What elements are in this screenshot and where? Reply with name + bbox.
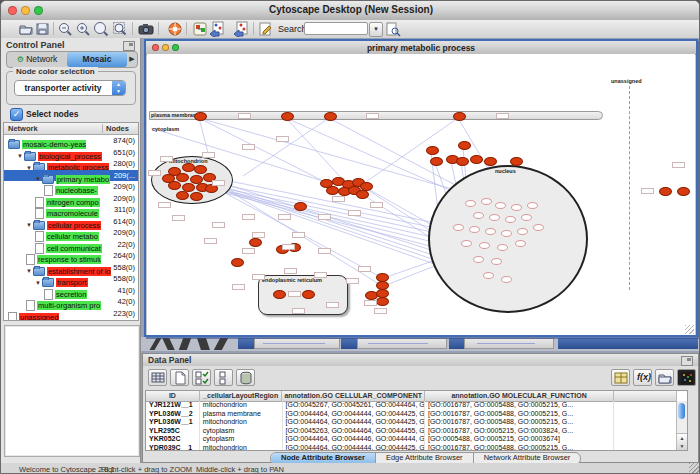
network-node[interactable] — [511, 204, 522, 211]
table-cell[interactable] — [614, 401, 677, 410]
network-node[interactable] — [302, 290, 315, 299]
table-cell[interactable]: mitochondrion — [200, 418, 283, 427]
tree-item-nucleobase-[interactable]: nucleobase-209(0) — [4, 181, 138, 193]
attribute-batch-icon[interactable] — [611, 369, 630, 386]
tree-item-secretion[interactable]: secretion41(0) — [4, 285, 138, 297]
network-node[interactable] — [497, 244, 508, 251]
table-cell[interactable]: [GO:0045267, GO:0045261, GO:0044464, G..… — [283, 401, 425, 410]
table-row[interactable]: YLR295Ccytoplasm[GO:0045263, GO:0044464,… — [146, 427, 677, 436]
tree-item-cellular-metabo[interactable]: cellular metabo209(0) — [4, 227, 138, 239]
network-node[interactable] — [521, 214, 532, 221]
network-node[interactable] — [483, 272, 494, 279]
network-node[interactable] — [190, 192, 203, 201]
tree-item-cell-communicat[interactable]: cell communicat22(0) — [4, 239, 138, 251]
tab-mosaic[interactable]: Mosaic — [67, 52, 127, 67]
network-node[interactable] — [249, 238, 262, 247]
table-cell[interactable]: [GO:0044464, GO:0044444, GO:0044425, G..… — [283, 444, 425, 452]
matrix-icon[interactable] — [677, 369, 696, 386]
help-lifering-icon[interactable] — [167, 21, 183, 37]
network-canvas[interactable]: plasma membrane cytoplasm mitochondrion … — [147, 54, 695, 335]
unselect-attributes-icon[interactable] — [214, 369, 233, 386]
table-cell[interactable]: [GO:0016787, GO:0005488, GO:0005215, G..… — [425, 401, 614, 410]
tabs-overflow-icon[interactable]: ▶ — [127, 52, 137, 67]
select-nodes-checkbox[interactable]: ✓ — [10, 108, 23, 121]
open-attribute-icon[interactable] — [655, 369, 674, 386]
network-node[interactable] — [281, 112, 294, 121]
tab-network[interactable]: ⚙ Network — [7, 52, 67, 67]
float-panel-icon[interactable] — [123, 41, 135, 51]
table-cell[interactable]: [GO:0044464, GO:0044446, GO:0044444, G..… — [283, 435, 425, 444]
node-color-dropdown[interactable]: transporter activity ▲▼ — [14, 80, 126, 96]
table-cell[interactable] — [614, 435, 677, 444]
network-view-titlebar[interactable]: primary metabolic process — [146, 41, 696, 55]
column-header[interactable]: annotation.GO MOLECULAR_FUNCTION — [425, 391, 614, 401]
tree-item-establishment-of-lo[interactable]: ▼establishment of lo558(0) — [4, 262, 138, 274]
network-node[interactable] — [430, 157, 443, 166]
table-cell[interactable]: [GO:0044464, GO:0044444, GO:0044425, G..… — [283, 418, 425, 427]
network-node[interactable] — [659, 187, 672, 196]
network-node[interactable] — [453, 112, 466, 121]
search-options-icon[interactable] — [385, 21, 401, 37]
network-node[interactable] — [517, 228, 528, 235]
network-node[interactable] — [473, 212, 484, 219]
tree-item-overview[interactable]: Overview8(0) — [4, 319, 138, 321]
column-header[interactable] — [614, 391, 677, 401]
column-header[interactable]: annotation.GO CELLULAR_COMPONENT — [282, 391, 424, 401]
network-node[interactable] — [324, 112, 337, 121]
network-node[interactable] — [273, 290, 286, 299]
delete-attribute-icon[interactable] — [236, 369, 255, 386]
table-row[interactable]: YDR039C__1mitochondrion[GO:0044464, GO:0… — [146, 444, 677, 452]
tree-header-divider[interactable] — [102, 124, 103, 133]
network-node[interactable] — [491, 258, 502, 265]
network-node[interactable] — [294, 202, 307, 211]
tree-item-primary-metabo[interactable]: ▼primary metabo209(... — [4, 170, 138, 182]
network-node[interactable] — [469, 226, 480, 233]
zoom-out-icon[interactable] — [57, 21, 73, 37]
tree-item-cellular-process[interactable]: ▼cellular process614(0) — [4, 216, 138, 228]
table-cell[interactable]: [GO:0005488, GO:0005215, GO:0003674] — [425, 435, 614, 444]
window-titlebar[interactable]: Cytoscape Desktop (New Session) — [1, 1, 700, 21]
network-node[interactable] — [505, 216, 516, 223]
import-network-icon[interactable] — [209, 21, 225, 37]
tree-item-multi-organism-pro[interactable]: multi-organism pro42(0) — [4, 296, 138, 308]
tree-item-unassigned[interactable]: unassigned223(0) — [4, 308, 138, 320]
network-node[interactable] — [495, 202, 506, 209]
table-cell[interactable] — [614, 410, 677, 419]
table-cell[interactable]: YLR295C — [146, 427, 200, 436]
table-cell[interactable]: YPL036W__2 — [146, 410, 200, 419]
tree-item-biological-process[interactable]: ▼biological_process651(0) — [4, 147, 138, 159]
column-header[interactable]: ID — [146, 391, 200, 401]
search-dropdown-icon[interactable]: ▾ — [369, 22, 383, 37]
column-header[interactable]: _cellularLayoutRegion — [200, 391, 283, 401]
network-node[interactable] — [501, 230, 512, 237]
float-panel-icon[interactable] — [681, 356, 693, 366]
table-row[interactable]: YPL036W__1mitochondrion[GO:0044464, GO:0… — [146, 418, 677, 427]
table-cell[interactable]: [GO:0016787, GO:0005488, GO:0005215, G..… — [425, 410, 614, 419]
tree-item-mosaic-demo-yeast[interactable]: mosaic-demo-yeast874(0) — [4, 135, 138, 147]
tree-item-response-to-stimulu[interactable]: response to stimulu264(0) — [4, 250, 138, 262]
table-row[interactable]: YPL036W__2plasma membrane[GO:0044464, GO… — [146, 410, 677, 419]
network-node[interactable] — [376, 297, 389, 306]
zoom-fit-icon[interactable] — [112, 21, 128, 37]
table-cell[interactable]: YJR121W__1 — [146, 401, 200, 410]
network-node[interactable] — [461, 240, 472, 247]
network-node[interactable] — [356, 190, 369, 199]
table-cell[interactable]: YKR052C — [146, 435, 200, 444]
table-cell[interactable]: cytoplasm — [200, 435, 283, 444]
network-node[interactable] — [458, 141, 471, 150]
table-cell[interactable]: YDR039C__1 — [146, 444, 200, 452]
select-attributes-icon[interactable] — [192, 369, 211, 386]
network-node[interactable] — [453, 224, 464, 231]
table-cell[interactable]: [GO:0016787, GO:0005488, GO:0005215, G..… — [425, 444, 614, 452]
zoom-selected-icon[interactable] — [93, 21, 109, 37]
network-node[interactable] — [489, 214, 500, 221]
network-node[interactable] — [501, 276, 512, 283]
network-node[interactable] — [677, 187, 690, 196]
network-node[interactable] — [194, 112, 207, 121]
table-row[interactable]: YJR121W__1mitochondrion[GO:0045267, GO:0… — [146, 401, 677, 410]
table-cell[interactable] — [614, 444, 677, 452]
window-resize-grip[interactable] — [689, 463, 699, 473]
tree-item-nitrogen-compo[interactable]: nitrogen compo209(0) — [4, 193, 138, 205]
network-node[interactable] — [176, 191, 189, 200]
import-attributes-icon[interactable] — [233, 21, 249, 37]
